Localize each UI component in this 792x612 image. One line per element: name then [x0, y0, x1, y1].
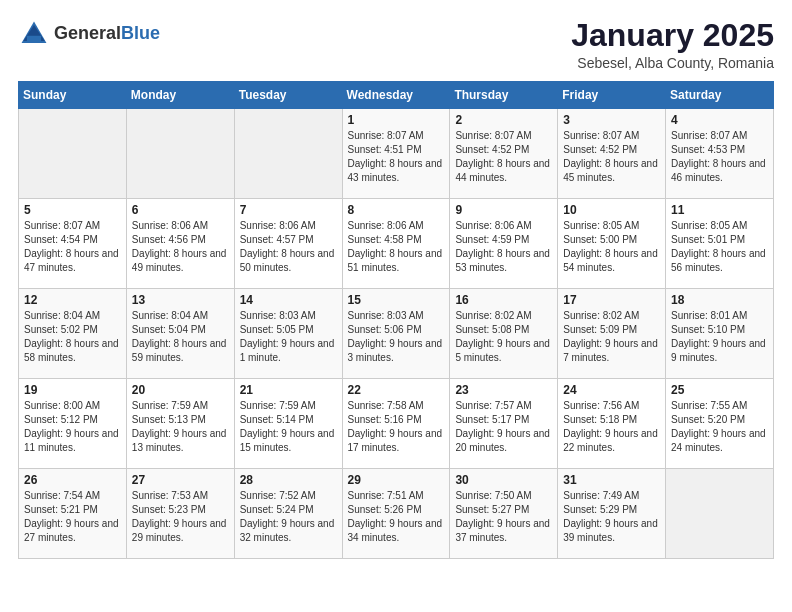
day-info: Sunrise: 8:07 AMSunset: 4:52 PMDaylight:…	[563, 129, 660, 185]
day-cell: 19Sunrise: 8:00 AMSunset: 5:12 PMDayligh…	[19, 379, 127, 469]
day-cell: 17Sunrise: 8:02 AMSunset: 5:09 PMDayligh…	[558, 289, 666, 379]
day-cell	[126, 109, 234, 199]
day-info: Sunrise: 8:04 AMSunset: 5:02 PMDaylight:…	[24, 309, 121, 365]
day-number: 31	[563, 473, 660, 487]
day-info: Sunrise: 8:03 AMSunset: 5:06 PMDaylight:…	[348, 309, 445, 365]
day-number: 8	[348, 203, 445, 217]
logo-icon	[18, 18, 50, 50]
logo-text: GeneralBlue	[54, 24, 160, 44]
header: GeneralBlue January 2025 Sebesel, Alba C…	[18, 18, 774, 71]
day-info: Sunrise: 7:59 AMSunset: 5:13 PMDaylight:…	[132, 399, 229, 455]
svg-rect-2	[27, 36, 41, 43]
day-cell: 9Sunrise: 8:06 AMSunset: 4:59 PMDaylight…	[450, 199, 558, 289]
day-number: 4	[671, 113, 768, 127]
day-info: Sunrise: 7:55 AMSunset: 5:20 PMDaylight:…	[671, 399, 768, 455]
week-row-4: 26Sunrise: 7:54 AMSunset: 5:21 PMDayligh…	[19, 469, 774, 559]
day-number: 3	[563, 113, 660, 127]
day-cell: 29Sunrise: 7:51 AMSunset: 5:26 PMDayligh…	[342, 469, 450, 559]
day-cell: 8Sunrise: 8:06 AMSunset: 4:58 PMDaylight…	[342, 199, 450, 289]
day-number: 16	[455, 293, 552, 307]
day-number: 2	[455, 113, 552, 127]
day-number: 30	[455, 473, 552, 487]
day-info: Sunrise: 8:07 AMSunset: 4:52 PMDaylight:…	[455, 129, 552, 185]
day-number: 14	[240, 293, 337, 307]
day-info: Sunrise: 7:52 AMSunset: 5:24 PMDaylight:…	[240, 489, 337, 545]
day-cell: 27Sunrise: 7:53 AMSunset: 5:23 PMDayligh…	[126, 469, 234, 559]
day-cell: 15Sunrise: 8:03 AMSunset: 5:06 PMDayligh…	[342, 289, 450, 379]
day-cell: 11Sunrise: 8:05 AMSunset: 5:01 PMDayligh…	[666, 199, 774, 289]
day-cell: 13Sunrise: 8:04 AMSunset: 5:04 PMDayligh…	[126, 289, 234, 379]
location: Sebesel, Alba County, Romania	[571, 55, 774, 71]
day-cell: 2Sunrise: 8:07 AMSunset: 4:52 PMDaylight…	[450, 109, 558, 199]
day-cell	[19, 109, 127, 199]
day-number: 22	[348, 383, 445, 397]
day-cell: 1Sunrise: 8:07 AMSunset: 4:51 PMDaylight…	[342, 109, 450, 199]
day-number: 7	[240, 203, 337, 217]
day-info: Sunrise: 8:06 AMSunset: 4:56 PMDaylight:…	[132, 219, 229, 275]
day-cell: 30Sunrise: 7:50 AMSunset: 5:27 PMDayligh…	[450, 469, 558, 559]
header-wednesday: Wednesday	[342, 82, 450, 109]
day-number: 20	[132, 383, 229, 397]
day-cell: 23Sunrise: 7:57 AMSunset: 5:17 PMDayligh…	[450, 379, 558, 469]
day-cell: 18Sunrise: 8:01 AMSunset: 5:10 PMDayligh…	[666, 289, 774, 379]
day-number: 27	[132, 473, 229, 487]
day-info: Sunrise: 8:03 AMSunset: 5:05 PMDaylight:…	[240, 309, 337, 365]
day-info: Sunrise: 8:06 AMSunset: 4:57 PMDaylight:…	[240, 219, 337, 275]
day-info: Sunrise: 8:07 AMSunset: 4:51 PMDaylight:…	[348, 129, 445, 185]
day-number: 23	[455, 383, 552, 397]
day-number: 11	[671, 203, 768, 217]
day-number: 12	[24, 293, 121, 307]
day-number: 24	[563, 383, 660, 397]
month-title: January 2025	[571, 18, 774, 53]
day-cell: 20Sunrise: 7:59 AMSunset: 5:13 PMDayligh…	[126, 379, 234, 469]
day-info: Sunrise: 8:07 AMSunset: 4:54 PMDaylight:…	[24, 219, 121, 275]
day-cell: 16Sunrise: 8:02 AMSunset: 5:08 PMDayligh…	[450, 289, 558, 379]
day-cell: 5Sunrise: 8:07 AMSunset: 4:54 PMDaylight…	[19, 199, 127, 289]
day-cell	[234, 109, 342, 199]
day-cell: 4Sunrise: 8:07 AMSunset: 4:53 PMDaylight…	[666, 109, 774, 199]
day-info: Sunrise: 7:51 AMSunset: 5:26 PMDaylight:…	[348, 489, 445, 545]
day-info: Sunrise: 8:06 AMSunset: 4:59 PMDaylight:…	[455, 219, 552, 275]
day-info: Sunrise: 7:49 AMSunset: 5:29 PMDaylight:…	[563, 489, 660, 545]
header-tuesday: Tuesday	[234, 82, 342, 109]
day-number: 15	[348, 293, 445, 307]
day-info: Sunrise: 8:06 AMSunset: 4:58 PMDaylight:…	[348, 219, 445, 275]
day-info: Sunrise: 8:04 AMSunset: 5:04 PMDaylight:…	[132, 309, 229, 365]
day-cell: 31Sunrise: 7:49 AMSunset: 5:29 PMDayligh…	[558, 469, 666, 559]
day-cell: 24Sunrise: 7:56 AMSunset: 5:18 PMDayligh…	[558, 379, 666, 469]
header-saturday: Saturday	[666, 82, 774, 109]
header-friday: Friday	[558, 82, 666, 109]
day-cell: 26Sunrise: 7:54 AMSunset: 5:21 PMDayligh…	[19, 469, 127, 559]
day-number: 25	[671, 383, 768, 397]
day-cell: 10Sunrise: 8:05 AMSunset: 5:00 PMDayligh…	[558, 199, 666, 289]
calendar-header: SundayMondayTuesdayWednesdayThursdayFrid…	[19, 82, 774, 109]
day-cell: 6Sunrise: 8:06 AMSunset: 4:56 PMDaylight…	[126, 199, 234, 289]
logo-general: General	[54, 24, 121, 44]
title-block: January 2025 Sebesel, Alba County, Roman…	[571, 18, 774, 71]
day-info: Sunrise: 8:02 AMSunset: 5:08 PMDaylight:…	[455, 309, 552, 365]
header-monday: Monday	[126, 82, 234, 109]
day-number: 13	[132, 293, 229, 307]
header-row: SundayMondayTuesdayWednesdayThursdayFrid…	[19, 82, 774, 109]
day-cell: 3Sunrise: 8:07 AMSunset: 4:52 PMDaylight…	[558, 109, 666, 199]
day-number: 9	[455, 203, 552, 217]
week-row-3: 19Sunrise: 8:00 AMSunset: 5:12 PMDayligh…	[19, 379, 774, 469]
day-info: Sunrise: 7:54 AMSunset: 5:21 PMDaylight:…	[24, 489, 121, 545]
header-sunday: Sunday	[19, 82, 127, 109]
day-cell: 14Sunrise: 8:03 AMSunset: 5:05 PMDayligh…	[234, 289, 342, 379]
day-cell: 22Sunrise: 7:58 AMSunset: 5:16 PMDayligh…	[342, 379, 450, 469]
week-row-1: 5Sunrise: 8:07 AMSunset: 4:54 PMDaylight…	[19, 199, 774, 289]
day-info: Sunrise: 8:05 AMSunset: 5:01 PMDaylight:…	[671, 219, 768, 275]
day-cell: 21Sunrise: 7:59 AMSunset: 5:14 PMDayligh…	[234, 379, 342, 469]
day-info: Sunrise: 8:01 AMSunset: 5:10 PMDaylight:…	[671, 309, 768, 365]
day-info: Sunrise: 7:53 AMSunset: 5:23 PMDaylight:…	[132, 489, 229, 545]
week-row-0: 1Sunrise: 8:07 AMSunset: 4:51 PMDaylight…	[19, 109, 774, 199]
day-number: 29	[348, 473, 445, 487]
day-number: 18	[671, 293, 768, 307]
day-number: 19	[24, 383, 121, 397]
day-number: 5	[24, 203, 121, 217]
day-info: Sunrise: 7:58 AMSunset: 5:16 PMDaylight:…	[348, 399, 445, 455]
logo: GeneralBlue	[18, 18, 160, 50]
day-info: Sunrise: 7:50 AMSunset: 5:27 PMDaylight:…	[455, 489, 552, 545]
week-row-2: 12Sunrise: 8:04 AMSunset: 5:02 PMDayligh…	[19, 289, 774, 379]
